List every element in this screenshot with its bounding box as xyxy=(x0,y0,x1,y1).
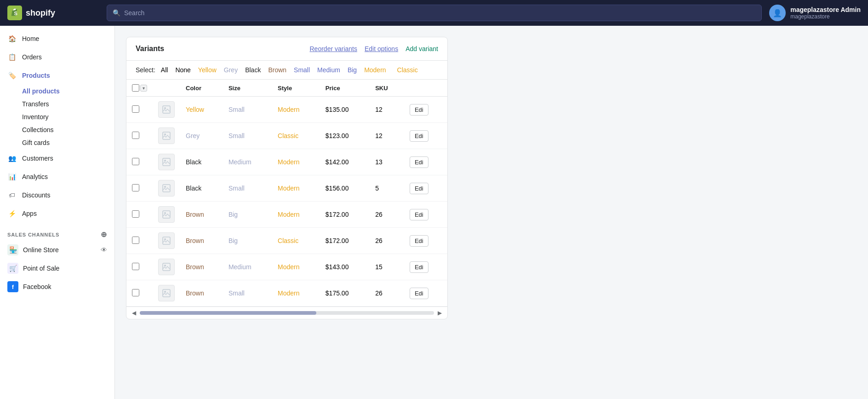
th-checkbox: ▾ xyxy=(126,80,153,97)
sidebar-channel-pos[interactable]: 🛒 Point of Sale xyxy=(0,259,114,278)
row-checkbox-1[interactable] xyxy=(132,132,139,139)
row-size: Small xyxy=(223,175,272,202)
row-checkbox-0[interactable] xyxy=(132,105,139,113)
th-sku: SKU xyxy=(370,80,404,97)
svg-rect-12 xyxy=(163,237,170,244)
variant-thumbnail xyxy=(158,206,175,223)
edit-variant-button[interactable]: Edi xyxy=(410,209,428,220)
scroll-right-arrow[interactable]: ▶ xyxy=(438,310,442,316)
scroll-left-arrow[interactable]: ◀ xyxy=(132,310,136,316)
row-sku: 5 xyxy=(370,175,404,202)
row-actions: Edi xyxy=(404,149,447,175)
eye-icon[interactable]: 👁 xyxy=(101,246,107,254)
user-name: mageplazastore Admin xyxy=(790,6,861,13)
row-checkbox-cell xyxy=(126,228,153,254)
select-all-checkbox[interactable] xyxy=(132,84,139,92)
filter-medium[interactable]: Medium xyxy=(315,65,342,75)
sidebar-item-apps[interactable]: ⚡ Apps xyxy=(0,204,114,223)
filter-all[interactable]: All xyxy=(159,65,170,75)
row-color: Brown xyxy=(180,228,223,254)
checkbox-dropdown-button[interactable]: ▾ xyxy=(140,85,147,92)
sidebar-item-customers[interactable]: 👥 Customers xyxy=(0,149,114,168)
sales-channels-header: SALES CHANNELS ⊕ xyxy=(0,223,114,241)
th-image xyxy=(153,80,180,97)
orders-icon: 📋 xyxy=(7,52,17,62)
edit-variant-button[interactable]: Edi xyxy=(410,156,428,168)
th-price: Price xyxy=(320,80,370,97)
filter-none[interactable]: None xyxy=(173,65,192,75)
edit-variant-button[interactable]: Edi xyxy=(410,104,428,116)
variant-thumbnail xyxy=(158,180,175,197)
filter-grey[interactable]: Grey xyxy=(222,65,240,75)
variant-thumbnail xyxy=(158,101,175,118)
row-color: Brown xyxy=(180,202,223,228)
search-input[interactable] xyxy=(124,9,756,17)
edit-variant-button[interactable]: Edi xyxy=(410,183,428,194)
table-row: Brown Medium Modern $143.00 15 Edi xyxy=(126,254,447,280)
row-checkbox-7[interactable] xyxy=(132,289,139,296)
svg-point-13 xyxy=(164,238,166,240)
add-sales-channel-button[interactable]: ⊕ xyxy=(101,230,107,239)
filter-small[interactable]: Small xyxy=(292,65,312,75)
row-image-cell xyxy=(153,202,180,228)
row-checkbox-4[interactable] xyxy=(132,210,139,218)
products-icon: 🏷️ xyxy=(7,71,17,80)
table-row: Black Small Modern $156.00 5 Edi xyxy=(126,175,447,202)
sidebar-item-analytics[interactable]: 📊 Analytics xyxy=(0,168,114,186)
sidebar-channel-facebook[interactable]: f Facebook xyxy=(0,278,114,296)
row-size: Small xyxy=(223,123,272,149)
edit-options-link[interactable]: Edit options xyxy=(365,45,398,52)
sidebar-item-orders[interactable]: 📋 Orders xyxy=(0,48,114,66)
variants-header: Variants Reorder variants Edit options A… xyxy=(126,37,447,61)
avatar: 👤 xyxy=(769,5,786,21)
row-checkbox-2[interactable] xyxy=(132,158,139,165)
svg-rect-14 xyxy=(163,263,170,271)
filter-big[interactable]: Big xyxy=(346,65,359,75)
sidebar-item-label: Products xyxy=(22,72,50,79)
sidebar-channel-online-store[interactable]: 🏪 Online Store 👁 xyxy=(0,241,114,259)
variants-tbody: Yellow Small Modern $135.00 12 Edi xyxy=(126,97,447,306)
row-checkbox-6[interactable] xyxy=(132,263,139,270)
sidebar-item-products[interactable]: 🏷️ Products xyxy=(0,66,114,85)
sub-item-gift-cards[interactable]: Gift cards xyxy=(22,136,114,149)
channel-left: 🏪 Online Store xyxy=(7,244,59,255)
sub-item-transfers[interactable]: Transfers xyxy=(22,98,114,110)
row-size: Medium xyxy=(223,149,272,175)
row-size: Small xyxy=(223,97,272,123)
row-style: Modern xyxy=(272,149,320,175)
filter-yellow[interactable]: Yellow xyxy=(196,65,218,75)
logo-area: S shopify xyxy=(7,6,99,20)
channel-label: Online Store xyxy=(23,246,59,254)
sub-item-collections[interactable]: Collections xyxy=(22,123,114,136)
row-checkbox-3[interactable] xyxy=(132,184,139,191)
variant-thumbnail xyxy=(158,285,175,301)
filter-classic[interactable]: Classic xyxy=(395,65,420,75)
row-size: Medium xyxy=(223,254,272,280)
search-bar[interactable]: 🔍 xyxy=(107,5,762,21)
sub-item-all-products[interactable]: All products xyxy=(22,85,114,98)
filter-brown[interactable]: Brown xyxy=(266,65,288,75)
row-checkbox-cell xyxy=(126,149,153,175)
variant-thumbnail xyxy=(158,259,175,275)
row-checkbox-5[interactable] xyxy=(132,237,139,244)
row-image-cell xyxy=(153,123,180,149)
row-checkbox-cell xyxy=(126,202,153,228)
sidebar-item-discounts[interactable]: 🏷 Discounts xyxy=(0,186,114,204)
shopify-logo-icon: S xyxy=(7,6,22,20)
row-sku: 26 xyxy=(370,280,404,306)
scroll-track[interactable] xyxy=(140,311,434,315)
edit-variant-button[interactable]: Edi xyxy=(410,261,428,273)
row-sku: 12 xyxy=(370,123,404,149)
sidebar-item-home[interactable]: 🏠 Home xyxy=(0,29,114,48)
filter-modern[interactable]: Modern xyxy=(362,65,388,75)
user-area: 👤 mageplazastore Admin mageplazastore xyxy=(769,5,861,21)
edit-variant-button[interactable]: Edi xyxy=(410,235,428,247)
edit-variant-button[interactable]: Edi xyxy=(410,130,428,142)
sub-item-inventory[interactable]: Inventory xyxy=(22,110,114,123)
add-variant-link[interactable]: Add variant xyxy=(405,45,438,52)
filter-black[interactable]: Black xyxy=(243,65,263,75)
reorder-variants-link[interactable]: Reorder variants xyxy=(310,45,358,52)
row-price: $135.00 xyxy=(320,97,370,123)
svg-point-3 xyxy=(164,107,166,109)
edit-variant-button[interactable]: Edi xyxy=(410,288,428,299)
